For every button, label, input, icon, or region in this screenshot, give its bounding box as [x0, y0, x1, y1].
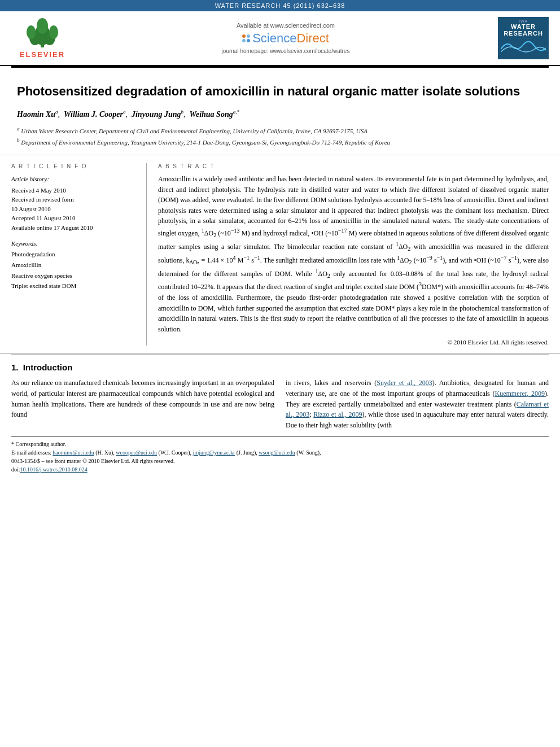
wr-wave-icon [501, 38, 546, 55]
abstract-label: A B S T R A C T [158, 163, 549, 169]
affil-2-sup: b [17, 137, 20, 143]
intro-right-col: in rivers, lakes and reservoirs (Snyder … [286, 378, 549, 430]
wr-badge-subtitle: IWA [500, 19, 546, 23]
footnote-area: * Corresponding author. E-mail addresses… [11, 436, 549, 474]
elsevier-tree-icon [23, 18, 62, 49]
water-research-badge: IWA WATERRESEARCH [498, 17, 549, 59]
header-divider [11, 66, 549, 68]
intro-left-col: As our reliance on manufactured chemical… [11, 378, 274, 430]
history-revised-label: Received in revised form [11, 195, 137, 204]
footnote-issn: 0043-1354/$ – see front matter © 2010 El… [11, 457, 549, 465]
intro-section-title: Introduction [23, 362, 72, 372]
keywords-label: Keywords: [11, 240, 137, 247]
sciencedirect-logo: ScienceDirect [73, 31, 498, 46]
intro-section-header: 1. Introduction [0, 362, 560, 372]
sd-dot-4 [247, 39, 250, 42]
footnote-doi: doi:10.1016/j.watres.2010.08.024 [11, 465, 549, 474]
keyword-4: Triplet excited state DOM [11, 281, 137, 291]
author-4-name: Weihua Song [190, 110, 233, 118]
keyword-1: Photodegradation [11, 249, 137, 260]
intro-left-text: As our reliance on manufactured chemical… [11, 378, 274, 420]
email-jung[interactable]: jinjung@ynu.ac.kr [193, 449, 235, 456]
sd-dot-3 [242, 39, 246, 42]
history-revised-date: 10 August 2010 [11, 204, 137, 214]
author-3-name: Jinyoung Jung [132, 110, 181, 118]
author-2-name: William J. Cooper [64, 110, 123, 118]
affil-2: b Department of Environmental Engineerin… [17, 137, 543, 147]
sd-dot-2 [247, 34, 250, 38]
journal-homepage: journal homepage: www.elsevier.com/locat… [73, 48, 498, 54]
copyright-line: © 2010 Elsevier Ltd. All rights reserved… [158, 339, 549, 346]
wr-badge-title: WATERRESEARCH [500, 23, 546, 37]
journal-title-bar: WATER RESEARCH 45 (2011) 632–638 [215, 2, 345, 9]
author-3-sup: b [181, 109, 184, 115]
sd-dot-1 [242, 34, 246, 38]
article-info-abstract: A R T I C L E I N F O Article history: R… [0, 163, 560, 355]
author-4-sup: a,* [233, 109, 239, 115]
footnote-corresponding: * Corresponding author. [11, 440, 549, 448]
article-info-col: A R T I C L E I N F O Article history: R… [11, 163, 147, 346]
footnote-emails: E-mail addresses: haominx@uci.edu (H. Xu… [11, 448, 549, 457]
article-title-section: Photosensitized degradation of amoxicill… [0, 73, 560, 155]
intro-section-number: 1. [11, 362, 19, 372]
journal-header-bar: WATER RESEARCH 45 (2011) 632–638 [0, 0, 560, 11]
svg-point-6 [37, 18, 48, 34]
svg-point-5 [49, 25, 58, 39]
doi-link[interactable]: 10.1016/j.watres.2010.08.024 [20, 466, 88, 473]
affil-1-sup: a [17, 126, 20, 132]
email-cooper[interactable]: wcooper@uci.edu [116, 449, 157, 456]
article-history: Article history: Received 4 May 2010 Rec… [11, 174, 137, 232]
author-1-sup: a [55, 109, 58, 115]
abstract-text: Amoxicillin is a widely used antibiotic … [158, 174, 549, 335]
email-xu[interactable]: haominx@uci.edu [53, 449, 94, 456]
keyword-3: Reactive oxygen species [11, 270, 137, 281]
author-1-name: Haomin Xu [17, 110, 55, 118]
header-center: Available at www.sciencedirect.com Scien… [73, 22, 498, 54]
svg-point-4 [27, 25, 36, 39]
ref-rizzo[interactable]: Rizzo et al., 2009 [313, 410, 362, 418]
available-text: Available at www.sciencedirect.com [73, 22, 498, 29]
authors-line: Haomin Xua, William J. Coopera, Jinyoung… [17, 108, 543, 121]
email-song[interactable]: wsong@uci.edu [259, 449, 295, 456]
ref-snyder[interactable]: Snyder et al., 2003 [377, 379, 432, 387]
article-info-label: A R T I C L E I N F O [11, 163, 137, 169]
elsevier-brand-text: ELSEVIER [20, 50, 65, 59]
intro-right-text: in rivers, lakes and reservoirs (Snyder … [286, 378, 549, 430]
section-divider [11, 354, 549, 355]
sciencedirect-text: ScienceDirect [252, 31, 329, 46]
sd-dots-icon [242, 34, 250, 42]
elsevier-logo: ELSEVIER [11, 18, 73, 59]
history-online: Available online 17 August 2010 [11, 223, 137, 233]
abstract-col: A B S T R A C T Amoxicillin is a widely … [147, 163, 549, 346]
journal-header: ELSEVIER Available at www.sciencedirect.… [0, 11, 560, 66]
ref-kuemmerer[interactable]: Kuemmerer, 2009 [495, 390, 545, 397]
keyword-2: Amoxicillin [11, 260, 137, 270]
history-received: Received 4 May 2010 [11, 186, 137, 195]
affiliations: a Urban Water Research Center, Departmen… [17, 125, 543, 147]
history-label: Article history: [11, 174, 137, 185]
article-main-title: Photosensitized degradation of amoxicill… [17, 84, 543, 100]
author-2-sup: a [123, 109, 126, 115]
intro-two-col: As our reliance on manufactured chemical… [0, 378, 560, 430]
keywords-section: Keywords: Photodegradation Amoxicillin R… [11, 240, 137, 291]
affil-1: a Urban Water Research Center, Departmen… [17, 125, 543, 136]
history-accepted: Accepted 11 August 2010 [11, 213, 137, 223]
